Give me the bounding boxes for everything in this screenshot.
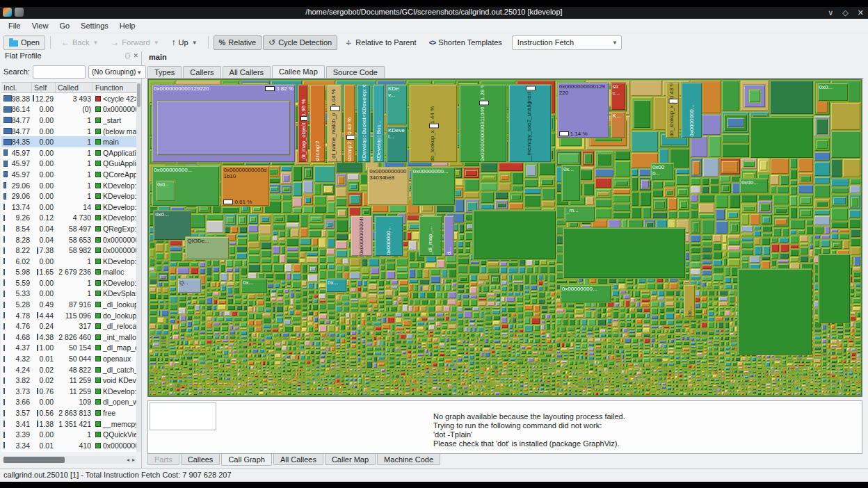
back-button[interactable]: ← Back▼ bbox=[56, 35, 104, 50]
tab-all-callers[interactable]: All Callers bbox=[223, 66, 271, 78]
horizontal-scrollbar[interactable]: ◂ ▸ bbox=[3, 456, 136, 464]
close-icon[interactable]: ✕ bbox=[858, 7, 864, 19]
treemap-block[interactable]: _dl_name_match_p 1.04 % bbox=[327, 84, 342, 163]
scroll-left-icon[interactable]: ◂ bbox=[127, 456, 129, 464]
table-row[interactable]: 29.060.001KDevelop::... bbox=[1, 180, 137, 191]
minimize-icon[interactable]: ∨ bbox=[828, 7, 833, 19]
treemap-block[interactable]: 0x0000000000311d46 1.28 % bbox=[459, 84, 507, 163]
treemap-block[interactable]: 0x000000... bbox=[374, 215, 403, 257]
treemap-block[interactable]: Q... bbox=[177, 278, 202, 293]
treemap-block[interactable]: KDevelop::Bucket<KDevelop::Qu... bbox=[357, 84, 371, 163]
event-type-combobox[interactable]: Instruction Fetch ▼ bbox=[512, 35, 622, 50]
treemap-block[interactable]: 0x... bbox=[241, 278, 268, 293]
treemap-block[interactable]: 0x0... bbox=[153, 210, 191, 241]
maximize-icon[interactable]: ◇ bbox=[842, 7, 848, 19]
close-dock-icon[interactable]: ✕ bbox=[133, 52, 138, 59]
treemap-block[interactable]: do_lookup_x 0.43 % bbox=[666, 82, 679, 138]
tab-callers[interactable]: Callers bbox=[183, 66, 220, 78]
relative-toggle[interactable]: % Relative bbox=[214, 35, 262, 50]
table-row[interactable]: 45.970.001QGuiApplic... bbox=[1, 158, 137, 170]
table-row[interactable]: 3.411.381 351 421__memcpy... bbox=[1, 418, 137, 430]
treemap-block[interactable]: 0x... bbox=[326, 278, 347, 293]
table-row[interactable]: 8.540.0458 497QRegExp::... bbox=[1, 223, 137, 234]
treemap-block[interactable]: 0x00000000046... bbox=[351, 215, 373, 257]
column-incl[interactable]: Incl. bbox=[1, 83, 32, 92]
tab-all-callees[interactable]: All Callees bbox=[273, 454, 323, 465]
treemap-block[interactable]: 0x000... bbox=[650, 163, 674, 181]
vertical-scrollbar[interactable] bbox=[136, 82, 141, 452]
cycle-detection-toggle[interactable]: ↺ Cycle Detection bbox=[263, 35, 337, 50]
treemap-block[interactable] bbox=[750, 117, 814, 158]
tab-parts[interactable]: Parts bbox=[147, 454, 179, 465]
treemap-block[interactable]: 0x0... bbox=[817, 83, 849, 101]
table-row[interactable]: 3.730.7611 259KDevelop::... bbox=[1, 386, 137, 397]
table-row[interactable]: 3.660.00109dl_open_w... bbox=[1, 397, 137, 408]
relative-to-parent-toggle[interactable]: ↔↕ Relative to Parent bbox=[339, 35, 421, 50]
treemap-block[interactable]: do... bbox=[684, 284, 696, 318]
treemap-block[interactable]: d... bbox=[444, 215, 454, 257]
table-row[interactable]: 4.684.382 826 460_int_mallo... bbox=[1, 332, 137, 343]
treemap-block[interactable]: 0x00000000001292201.14 % bbox=[557, 82, 609, 138]
tab-types[interactable]: Types bbox=[147, 66, 182, 78]
dock-header[interactable]: Flat Profile ◻ ✕ bbox=[1, 51, 141, 63]
treemap-block[interactable]: do_lookup_x 1.44 % bbox=[409, 84, 458, 163]
scroll-right-icon[interactable]: ▸ bbox=[132, 456, 135, 464]
treemap-block[interactable]: 0x000000000...0x0... bbox=[152, 165, 220, 206]
table-row[interactable]: 3.820.0211 259void KDev... bbox=[1, 375, 137, 386]
table-row[interactable]: 45.970.001QApplicati... bbox=[1, 147, 137, 158]
table-row[interactable]: 5.981.652 679 236malloc bbox=[1, 267, 137, 278]
column-function[interactable]: Function bbox=[93, 83, 137, 92]
tab-callee-map[interactable]: Callee Map bbox=[272, 65, 325, 78]
menu-file[interactable]: File bbox=[3, 19, 26, 33]
up-button[interactable]: ↑ Up▼ bbox=[166, 35, 203, 50]
table-row[interactable]: 9.260.124 730KDevelop::... bbox=[1, 213, 137, 224]
treemap-block[interactable]: _m... bbox=[564, 206, 595, 223]
menu-settings[interactable]: Settings bbox=[75, 19, 114, 33]
tab-machine-code[interactable]: Machine Code bbox=[377, 454, 440, 465]
treemap-block[interactable]: KDevel... bbox=[386, 126, 408, 163]
treemap-block[interactable]: _dl_map_object 1.96 % bbox=[298, 84, 308, 163]
treemap-block[interactable]: KDevelop::Buc... bbox=[373, 84, 385, 163]
shorten-templates-toggle[interactable]: <> Shorten Templates bbox=[424, 35, 508, 50]
treemap-block[interactable]: 0x0000000... bbox=[681, 82, 702, 138]
forward-button[interactable]: → Forward▼ bbox=[105, 35, 164, 50]
float-dock-icon[interactable]: ◻ bbox=[125, 52, 130, 59]
table-row[interactable]: 84.350.001main bbox=[1, 136, 137, 147]
treemap-block[interactable]: 0x00... bbox=[739, 178, 769, 193]
table-row[interactable]: 13.740.0014KDevelop::... bbox=[1, 202, 137, 213]
table-row[interactable]: 3.390.001QQuickVie... bbox=[1, 429, 137, 440]
table-row[interactable]: 86.140.00(0)0x0000000... bbox=[1, 104, 137, 115]
treemap-block[interactable]: strcmp'2 bbox=[310, 84, 326, 163]
table-row[interactable]: 4.784.44115 096do_lookup... bbox=[1, 310, 137, 321]
table-row[interactable]: 6.020.001KDevelop::... bbox=[1, 256, 137, 267]
menu-help[interactable]: Help bbox=[114, 19, 141, 33]
menu-go[interactable]: Go bbox=[54, 19, 75, 33]
treemap-block[interactable]: 0x00000000... bbox=[411, 167, 456, 205]
table-row[interactable]: 4.760.24317_dl_relocat... bbox=[1, 320, 137, 332]
treemap-block[interactable]: strcmp'2 0.43 % bbox=[344, 84, 355, 163]
column-self[interactable]: Self bbox=[32, 83, 56, 92]
tab-call-graph[interactable]: Call Graph bbox=[221, 454, 272, 466]
table-row[interactable]: 8.227.3858 9820x0000000... bbox=[1, 245, 137, 256]
tab-source-code[interactable]: Source Code bbox=[326, 66, 385, 78]
menu-view[interactable]: View bbox=[26, 19, 54, 33]
table-row[interactable]: 5.590.001KDevelop::... bbox=[1, 277, 137, 288]
table-row[interactable]: 5.280.4987 916_dl_lookup... bbox=[1, 299, 137, 310]
table-row[interactable]: 3.570.562 863 813free bbox=[1, 407, 137, 418]
treemap-block[interactable]: 0x00000000001292203.82 % bbox=[152, 84, 296, 163]
treemap-block[interactable]: _dl_map_... bbox=[419, 215, 442, 257]
titlebar[interactable]: /home/sergobot/Documents/GCI/screenshots… bbox=[0, 7, 868, 19]
tab-callees[interactable]: Callees bbox=[181, 454, 220, 465]
table-header[interactable]: Incl. Self Called Function bbox=[1, 82, 137, 93]
table-row[interactable]: 5.330.001KDevSplash... bbox=[1, 288, 137, 300]
column-called[interactable]: Called bbox=[56, 83, 93, 92]
table-row[interactable]: 98.3812.293 493<cycle 42> bbox=[1, 93, 137, 104]
treemap-block[interactable]: KDev... bbox=[386, 84, 408, 125]
callee-treemap[interactable]: 0x00000000001292203.82 %_dl_map_object 1… bbox=[149, 80, 861, 396]
grouping-combobox[interactable]: (No Grouping) ▼ bbox=[88, 65, 146, 79]
treemap-block[interactable]: QIODe... bbox=[185, 236, 229, 260]
table-row[interactable]: 4.240.0248 822_dl_catch_... bbox=[1, 364, 137, 375]
table-row[interactable]: 8.280.0458 6530x0000000... bbox=[1, 234, 137, 245]
tab-caller-map[interactable]: Caller Map bbox=[325, 454, 376, 465]
scrollbar-thumb[interactable] bbox=[3, 457, 65, 463]
